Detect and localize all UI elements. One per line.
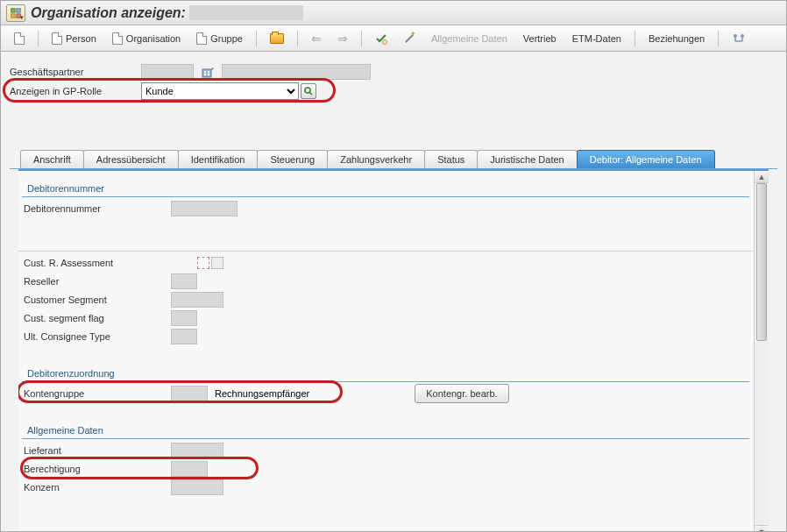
- svg-point-5: [734, 34, 737, 38]
- scroll-thumb[interactable]: [756, 183, 767, 341]
- bp-number-field: [141, 64, 194, 80]
- document-icon: [112, 32, 123, 45]
- page-title: Organisation anzeigen:: [31, 5, 186, 21]
- tab-content: Debitorennummer Debitorennummer Cust. R.…: [18, 169, 769, 532]
- segflag-input: [171, 310, 197, 326]
- allgemeine-daten-button[interactable]: Allgemeine Daten: [425, 29, 514, 48]
- bp-label: Geschäftspartner: [10, 67, 141, 77]
- assessment-icon[interactable]: [197, 257, 209, 269]
- svg-rect-11: [208, 74, 209, 75]
- tab-debitor-allgemeine[interactable]: Debitor: Allgemeine Daten: [577, 150, 715, 168]
- menu-icon[interactable]: ▾: [6, 4, 25, 22]
- etm-data-label: ETM-Daten: [572, 33, 621, 44]
- wand-button[interactable]: [397, 29, 422, 48]
- building-icon: [201, 66, 215, 78]
- vertrieb-button[interactable]: Vertrieb: [517, 29, 563, 48]
- svg-rect-9: [208, 71, 209, 73]
- svg-rect-0: [11, 8, 15, 11]
- gruppe-button[interactable]: Gruppe: [190, 29, 249, 48]
- tab-steuerung[interactable]: Steuerung: [257, 150, 328, 168]
- scroll-up-icon[interactable]: ▲: [755, 171, 769, 183]
- role-select[interactable]: Kunde: [141, 82, 299, 100]
- new-doc-button[interactable]: [8, 29, 31, 48]
- konzern-input: [171, 479, 223, 495]
- wand-icon: [403, 32, 415, 45]
- svg-rect-7: [202, 69, 211, 77]
- svg-rect-8: [204, 71, 206, 73]
- tabstrip: Anschrift Adressübersicht Identifikation…: [10, 150, 777, 169]
- berechtigung-input: [171, 461, 208, 477]
- kontengruppe-input: [171, 386, 208, 401]
- organisation-label: Organisation: [126, 33, 181, 44]
- svg-point-6: [741, 34, 744, 38]
- etm-daten-button[interactable]: ETM-Daten: [566, 29, 627, 48]
- segment-label: Customer Segment: [22, 294, 171, 305]
- tab-identifikation[interactable]: Identifikation: [178, 150, 259, 168]
- gruppe-label: Gruppe: [210, 33, 243, 44]
- vertrieb-label: Vertrieb: [523, 33, 557, 44]
- document-icon: [14, 32, 25, 45]
- allgemeine-daten-label: Allgemeine Daten: [431, 33, 507, 44]
- titlebar: ▾ Organisation anzeigen:: [1, 1, 786, 25]
- bp-name-field: [222, 64, 371, 80]
- beziehungen-button[interactable]: Beziehungen: [642, 29, 711, 48]
- lieferant-input: [171, 443, 223, 458]
- back-button[interactable]: ⇐: [305, 29, 328, 48]
- role-label: Anzeigen in GP-Rolle: [10, 86, 141, 96]
- open-button[interactable]: [264, 29, 290, 48]
- lieferant-label: Lieferant: [22, 445, 171, 456]
- svg-point-12: [305, 88, 310, 93]
- scroll-down-icon[interactable]: ▼: [755, 525, 769, 532]
- berechtigung-label: Berechtigung: [22, 464, 171, 474]
- svg-rect-1: [17, 8, 20, 11]
- arrow-right-icon: ⇒: [337, 32, 348, 45]
- relationship-icon-button[interactable]: [726, 29, 752, 48]
- tab-zahlungsverkehr[interactable]: Zahlungsverkehr: [327, 150, 425, 168]
- section-allgemein: Allgemeine Daten: [22, 422, 749, 439]
- scrollbar[interactable]: ▲ ▼: [754, 171, 769, 532]
- tab-adressuebersicht[interactable]: Adressübersicht: [83, 150, 179, 168]
- tab-status[interactable]: Status: [424, 150, 478, 168]
- tab-juristische[interactable]: Juristische Daten: [477, 150, 577, 168]
- check-button[interactable]: [369, 29, 394, 48]
- konzern-label: Konzern: [22, 482, 171, 493]
- kontengruppe-bearb-button[interactable]: Kontengr. bearb.: [415, 384, 508, 403]
- folder-icon: [270, 33, 284, 44]
- cust-r-label: Cust. R. Assessment: [22, 258, 171, 268]
- consignee-label: Ult. Consignee Type: [22, 331, 171, 342]
- tab-anschrift[interactable]: Anschrift: [20, 150, 84, 168]
- debitorennummer-input: [171, 201, 238, 216]
- person-label: Person: [66, 33, 96, 44]
- role-row: Anzeigen in GP-Rolle Kunde: [10, 82, 777, 101]
- beziehungen-label: Beziehungen: [649, 33, 705, 44]
- section-zuordnung: Debitorenzuordnung: [22, 365, 749, 382]
- forward-button[interactable]: ⇒: [331, 29, 354, 48]
- search-help-button[interactable]: [301, 83, 316, 99]
- segment-input: [171, 292, 223, 308]
- debitorennummer-label: Debitorennummer: [22, 203, 171, 214]
- kontengruppe-label: Kontengruppe: [22, 388, 171, 399]
- organisation-button[interactable]: Organisation: [106, 29, 187, 48]
- arrow-left-icon: ⇐: [311, 32, 322, 45]
- svg-rect-10: [204, 74, 206, 75]
- consignee-input: [171, 329, 197, 344]
- svg-line-13: [310, 93, 313, 96]
- title-value-placeholder: [189, 5, 303, 20]
- toolbar: Person Organisation Gruppe ⇐ ⇒ Allgemein…: [1, 25, 786, 52]
- section-debitorennummer: Debitorennummer: [22, 180, 749, 197]
- bp-row: Geschäftspartner: [10, 62, 777, 82]
- kontengruppe-text: Rechnungsempfänger: [215, 388, 309, 399]
- reseller-input: [171, 273, 197, 289]
- assessment-icon-2[interactable]: [211, 257, 223, 269]
- segflag-label: Cust. segment flag: [22, 313, 171, 323]
- document-icon: [196, 32, 207, 45]
- person-button[interactable]: Person: [46, 29, 103, 48]
- document-icon: [52, 32, 62, 45]
- reseller-label: Reseller: [22, 276, 171, 287]
- svg-rect-2: [11, 13, 15, 17]
- svg-point-4: [382, 39, 386, 44]
